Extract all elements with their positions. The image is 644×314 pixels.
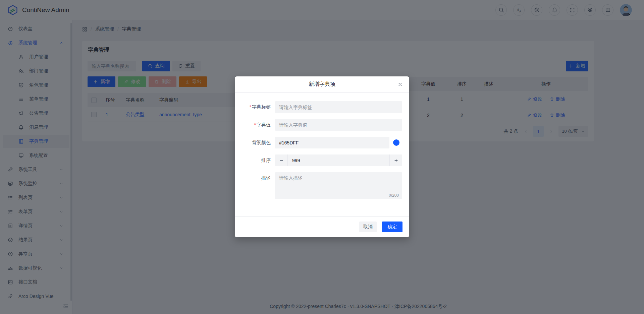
field-label: 背景颜色 xyxy=(235,140,275,146)
form-row-sort: 排序 999 xyxy=(235,154,402,166)
add-dictionary-item-modal: 新增字典项 *字典标签 *字典值 背景颜色 排序 xyxy=(235,76,409,237)
form-row-description: 描述 0/200 xyxy=(235,172,402,200)
sort-stepper: 999 xyxy=(275,154,402,166)
color-swatch[interactable] xyxy=(393,139,399,146)
modal-body: *字典标签 *字典值 背景颜色 排序 xyxy=(235,92,409,200)
dict-label-input[interactable] xyxy=(275,101,402,113)
required-mark: * xyxy=(254,122,256,127)
modal-close-button[interactable] xyxy=(396,81,404,88)
field-label: 排序 xyxy=(235,158,275,164)
plus-icon xyxy=(394,158,398,163)
background-color-input[interactable] xyxy=(275,137,389,148)
field-label: 描述 xyxy=(235,172,275,181)
description-textarea[interactable] xyxy=(275,172,402,199)
modal-footer: 取消 确定 xyxy=(235,216,409,237)
form-row-label: *字典标签 xyxy=(235,101,402,113)
cancel-button[interactable]: 取消 xyxy=(359,222,377,232)
modal-title: 新增字典项 xyxy=(309,81,335,88)
field-label: 字典值 xyxy=(257,122,271,127)
form-row-color: 背景颜色 xyxy=(235,137,402,148)
form-row-value: *字典值 xyxy=(235,119,402,131)
modal-header: 新增字典项 xyxy=(235,76,409,92)
sort-value[interactable]: 999 xyxy=(288,154,389,166)
stepper-plus-button[interactable] xyxy=(389,154,402,166)
dict-value-input[interactable] xyxy=(275,119,402,131)
confirm-button[interactable]: 确定 xyxy=(382,222,402,232)
stepper-minus-button[interactable] xyxy=(275,154,288,166)
close-icon xyxy=(398,82,402,87)
required-mark: * xyxy=(250,104,251,110)
field-label: 字典标签 xyxy=(252,104,271,110)
minus-icon xyxy=(279,158,284,163)
char-counter: 0/200 xyxy=(389,193,399,198)
